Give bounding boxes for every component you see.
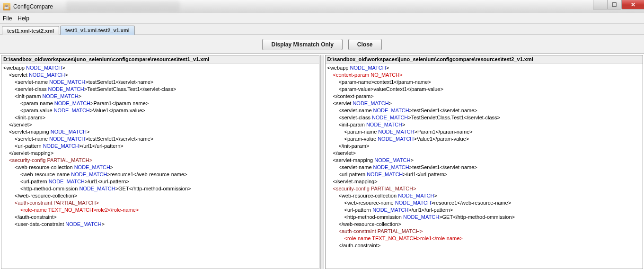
close-window-button[interactable]: ✕ xyxy=(621,0,644,9)
code-segment: <web-resource-collection xyxy=(15,164,74,170)
code-segment: <param-name>context1</param-name> xyxy=(339,79,431,85)
code-line: <servlet NODE_MATCH> xyxy=(3,72,317,79)
code-segment: <auth-constraint xyxy=(15,200,53,206)
code-segment: >TestServletClass.Test1</servlet-class> xyxy=(84,86,176,92)
code-line: </auth-constraint> xyxy=(327,242,641,249)
code-line: <param-name NODE_MATCH>Param1</param-nam… xyxy=(327,128,641,135)
code-segment: </servlet> xyxy=(333,150,356,156)
code-line: <servlet-name NODE_MATCH>testServlet1</s… xyxy=(327,107,641,114)
code-segment: <auth-constraint xyxy=(339,228,378,234)
code-segment: <servlet-name xyxy=(339,164,373,170)
left-file-path: D:\sandbox_old\workspaces\juno_selenium\… xyxy=(1,55,319,63)
code-segment: >testServlet1</servlet-name> xyxy=(409,164,477,170)
left-pane: D:\sandbox_old\workspaces\juno_selenium\… xyxy=(1,55,319,269)
code-segment: <security-config xyxy=(333,186,371,191)
window-title: ConfigCompare xyxy=(13,3,53,10)
code-segment: <web-resource-name xyxy=(20,171,71,177)
code-segment: > xyxy=(102,221,105,227)
code-segment: NODE_MATCH xyxy=(79,186,115,191)
code-line: </web-resource-collection> xyxy=(327,221,641,228)
code-segment: NODE_MATCH xyxy=(48,86,84,92)
code-segment: NODE_MATCH xyxy=(350,65,386,71)
code-segment: >Value1</param-value> xyxy=(90,108,145,113)
code-segment: <servlet-name xyxy=(339,108,373,113)
code-line: <servlet-name NODE_MATCH>testServlet1</s… xyxy=(3,135,317,143)
code-segment: NODE_MATCH xyxy=(49,79,85,85)
code-segment: > xyxy=(402,122,405,127)
code-line: <servlet-class NODE_MATCH>TestServletCla… xyxy=(3,86,317,93)
code-line: <servlet-mapping NODE_MATCH> xyxy=(327,157,641,164)
code-segment: <param-value xyxy=(344,136,378,142)
code-segment: PARTIAL_MATCH xyxy=(47,157,89,163)
code-line: <http-method-ommission NODE_MATCH>GET</h… xyxy=(327,214,641,221)
tabstrip: test1.xml-test2.xml test1_v1.xml-test2_v… xyxy=(0,24,644,35)
minimize-button[interactable]: — xyxy=(593,0,607,9)
code-line: <url-pattern NODE_MATCH>/url1</url-patte… xyxy=(327,171,641,178)
code-segment: > xyxy=(420,228,423,234)
code-segment: <param-value xyxy=(20,108,54,113)
display-mismatch-button[interactable]: Display Mismatch Only xyxy=(262,39,342,50)
code-segment: > xyxy=(399,72,402,78)
code-segment: NODE_MATCH xyxy=(366,122,402,127)
code-line: <web-resource-name NODE_MATCH>resource1<… xyxy=(327,199,641,207)
titlebar-blur xyxy=(66,1,180,11)
tab-compare-2[interactable]: test1_v1.xml-test2_v1.xml xyxy=(60,26,135,35)
code-line: <param-value NODE_MATCH>Value1</param-va… xyxy=(327,135,641,143)
menu-help[interactable]: Help xyxy=(18,15,29,22)
code-segment: <url-pattern xyxy=(15,143,43,149)
code-segment: >TestServletClass.Test1</servlet-class> xyxy=(408,115,500,120)
code-line: <servlet-class NODE_MATCH>TestServletCla… xyxy=(327,114,641,121)
code-segment: NODE_MATCH xyxy=(51,129,87,135)
code-line: </servlet> xyxy=(3,121,317,128)
code-segment: <servlet-mapping xyxy=(9,129,51,135)
code-segment: <init-param xyxy=(15,93,42,99)
tab-compare-1[interactable]: test1.xml-test2.xml xyxy=(2,26,59,35)
code-segment: >role1</role-name> xyxy=(417,235,462,241)
code-segment: > xyxy=(110,164,113,170)
code-line: <http-method-ommission NODE_MATCH>GET</h… xyxy=(3,185,317,192)
code-segment: NODE_MATCH xyxy=(395,200,431,206)
code-segment: <url-pattern xyxy=(344,207,373,213)
code-line: <role-name TEXT_NO_MATCH>role2</role-nam… xyxy=(3,207,317,214)
right-file-path: D:\sandbox_old\workspaces\juno_selenium\… xyxy=(326,55,643,63)
code-segment: <servlet-class xyxy=(339,115,372,120)
left-content[interactable]: <webapp NODE_MATCH><servlet NODE_MATCH><… xyxy=(1,63,319,269)
code-segment: > xyxy=(62,65,65,71)
code-line: <param-value NODE_MATCH>Value1</param-va… xyxy=(3,107,317,114)
code-line: </servlet> xyxy=(327,150,641,157)
code-segment: NODE_MATCH xyxy=(378,129,414,135)
code-line: <servlet-name NODE_MATCH>testServlet1</s… xyxy=(3,79,317,86)
compare-area: D:\sandbox_old\workspaces\juno_selenium\… xyxy=(0,54,644,270)
code-line: </servlet-mapping> xyxy=(327,178,641,185)
code-segment: NODE_MATCH xyxy=(71,171,107,177)
code-segment: <webapp xyxy=(3,65,26,71)
maximize-button[interactable]: ☐ xyxy=(607,0,621,9)
close-button[interactable]: Close xyxy=(348,39,382,50)
code-segment: > xyxy=(65,72,68,78)
splitter[interactable] xyxy=(320,55,324,269)
code-line: <security-config PARTIAL_MATCH> xyxy=(3,157,317,164)
code-segment: </web-resource-collection> xyxy=(339,221,401,227)
code-segment: </web-resource-collection> xyxy=(15,193,77,198)
code-segment: NODE_MATCH xyxy=(49,136,85,142)
code-segment: > xyxy=(386,65,389,71)
code-segment: >role2</role-name> xyxy=(93,207,139,213)
code-segment: <security-config xyxy=(9,157,47,163)
code-segment: <param-value>valueContext1</param-value> xyxy=(339,86,443,92)
code-segment: NODE_MATCH xyxy=(42,93,78,99)
right-pane: D:\sandbox_old\workspaces\juno_selenium\… xyxy=(325,55,644,269)
code-segment: NO_MATCH xyxy=(371,72,399,78)
code-segment: TEXT_NO_MATCH xyxy=(48,207,93,213)
titlebar[interactable]: ☕ ConfigCompare — ☐ ✕ xyxy=(0,0,644,13)
code-line: <init-param NODE_MATCH> xyxy=(327,121,641,128)
code-segment: </init-param> xyxy=(15,115,45,120)
code-segment: >testServlet1</servlet-name> xyxy=(85,79,153,85)
code-segment: <servlet-class xyxy=(15,86,48,92)
code-segment: NODE_MATCH xyxy=(373,164,409,170)
code-segment: <role-name xyxy=(20,207,48,213)
right-content[interactable]: <webapp NODE_MATCH><context-param NO_MAT… xyxy=(326,63,643,269)
code-line: <web-resource-collection NODE_MATCH> xyxy=(327,192,641,199)
code-line: <servlet-name NODE_MATCH>testServlet1</s… xyxy=(327,164,641,171)
menu-file[interactable]: File xyxy=(3,15,12,22)
code-line: <context-param NO_MATCH> xyxy=(327,72,641,79)
